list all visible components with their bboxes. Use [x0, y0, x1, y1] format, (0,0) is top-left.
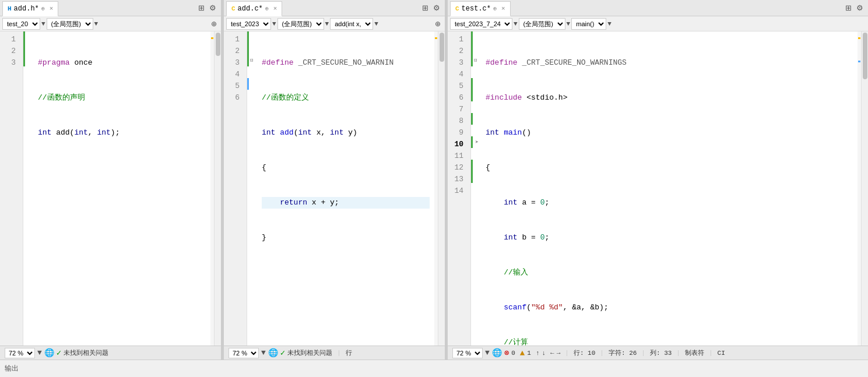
pane2-line-1: #define _CRT_SECURE_NO_WARNIN — [262, 57, 430, 69]
pane2-zoom-select[interactable]: 72 % — [229, 348, 259, 358]
pane2-globe-icon: 🌐 — [268, 348, 278, 358]
pane3-encoding-label: CI — [718, 350, 725, 357]
pane1-status-check-icon: ✓ — [57, 348, 61, 358]
pane2-line-5: return x + y; — [262, 197, 430, 209]
pane2-scope-select[interactable]: test_2023 — [226, 18, 271, 30]
tab-test-c[interactable]: C test.c* ⊕ × — [450, 1, 511, 16]
tab-add-c-label: add.c* — [238, 5, 263, 13]
pane3-scrollbar-thumb[interactable] — [863, 33, 867, 79]
pane3-line-1: #define _CRT_SECURE_NO_WARNINGS — [486, 57, 853, 69]
pane3-arrow-up-btn[interactable]: ↑ — [536, 350, 540, 357]
tab-add-h-pin[interactable]: ⊕ — [41, 5, 45, 12]
pane2-ruler-mark — [435, 37, 437, 39]
pane3-error-count: 0 — [511, 350, 515, 357]
pane3-globe-icon: 🌐 — [492, 348, 502, 358]
pane1-toolbar: test_20 ▼ (全局范围) ▼ ⊕ — [0, 16, 221, 31]
pane1-fold-gutter — [25, 31, 33, 346]
pane3-error-icon: ⊗ — [504, 348, 509, 358]
pane3-func-select[interactable]: main() — [571, 18, 606, 30]
pane3-split-button[interactable]: ⊞ — [843, 2, 854, 13]
pane3-warning-icon: ▲ — [520, 348, 525, 358]
tab-add-c[interactable]: C add.c* ⊕ × — [226, 1, 282, 16]
pane3-fold-gutter: ⊟ ➤ — [473, 31, 481, 346]
line-num-1: 1 — [5, 34, 18, 45]
pane1-scrollbar[interactable] — [214, 31, 221, 346]
pane1-scope-select[interactable]: test_20 — [2, 18, 40, 30]
pane3-line-6: int b = 0; — [486, 232, 853, 244]
pane3-col-label: 列: 33 — [650, 348, 672, 357]
pane1-zoom-arrow: ▼ — [37, 348, 42, 357]
pane3-settings-button[interactable]: ⚙ — [854, 2, 866, 13]
output-panel: 输出 — [0, 360, 868, 377]
pane3-code-content[interactable]: #define _CRT_SECURE_NO_WARNINGS #include… — [481, 31, 858, 346]
pane2-split-button[interactable]: ⊞ — [420, 2, 431, 13]
tab-add-h[interactable]: H add.h* ⊕ × — [2, 1, 58, 16]
pane2-toolbar: test_2023 ▼ (全局范围) ▼ add(int x, ▼ ⊕ — [224, 16, 445, 31]
tab-add-h-close[interactable]: × — [50, 5, 54, 12]
pane1-range-arrow: ▼ — [94, 20, 99, 27]
pane3-ruler-mark-2 — [858, 61, 860, 62]
pane1-settings-button[interactable]: ⚙ — [207, 2, 219, 13]
current-line-arrow: ➤ — [473, 136, 481, 148]
tab-test-c-pin[interactable]: ⊕ — [493, 5, 497, 12]
pane1-add-button[interactable]: ⊕ — [209, 19, 219, 29]
pane2-line-2: //函数的定义 — [262, 92, 430, 104]
pane3-line-3: int main() — [486, 127, 853, 139]
pane2-scrollbar[interactable] — [438, 31, 445, 346]
pane2-settings-button[interactable]: ⚙ — [431, 2, 442, 13]
pane2-line-3: int add(int x, int y) — [262, 127, 430, 139]
pane1-line-numbers: 1 2 3 — [2, 31, 23, 346]
pane3-char-label: 字符: 26 — [609, 348, 637, 357]
fold-icon-3[interactable]: ⊟ — [250, 55, 253, 66]
pane2-func-select[interactable]: add(int x, — [330, 18, 373, 30]
pane3-range-select[interactable]: (全局范围) — [519, 18, 565, 30]
pane1-range-select[interactable]: (全局范围) — [47, 18, 93, 30]
pane3-scope-select[interactable]: test_2023_7_24 — [450, 18, 512, 30]
ruler-mark-1 — [211, 37, 213, 39]
pane3-line-9: //计算 — [486, 337, 853, 346]
pane2-add-button[interactable]: ⊕ — [433, 19, 442, 29]
pane3-scope-arrow: ▼ — [514, 20, 518, 27]
pane1-zoom-select[interactable]: 72 % — [5, 348, 35, 358]
line-num-3: 3 — [5, 57, 18, 69]
pane2-fold-gutter: ⊟ — [249, 31, 257, 346]
pane3-zoom-arrow: ▼ — [485, 348, 490, 357]
pane1-status-text: 未找到相关问题 — [64, 348, 108, 357]
pane2-status-bar: 72 % ▼ 🌐 ✓ 未找到相关问题 | 行 — [224, 346, 445, 360]
pane2-scrollbar-thumb[interactable] — [440, 33, 444, 62]
pane2-range-select[interactable]: (全局范围) — [277, 18, 324, 30]
pane2-line-4: { — [262, 162, 430, 174]
pane3-zoom-select[interactable]: 72 % — [452, 348, 483, 358]
tab-add-h-label: add.h* — [14, 5, 39, 13]
pane3-fold-icon[interactable]: ⊟ — [474, 55, 477, 66]
pane1-code-area: 1 2 3 #pragma once //函数的声明 — [0, 31, 221, 346]
tab-bar-test-c: C test.c* ⊕ × ⊞ ⚙ — [448, 0, 868, 16]
code-line-3: int add(int, int); — [38, 127, 206, 139]
c-file-icon-test: C — [455, 5, 459, 12]
pane3-line-numbers: 1 2 3 4 5 6 7 8 9 10 11 12 13 14 — [450, 31, 471, 346]
pane3-warning-count: 1 — [527, 350, 531, 357]
pane3-status-bar: 72 % ▼ 🌐 ⊗ 0 ▲ 1 ↑ ↓ ← → | 行: 10 | 字符: 2… — [448, 346, 868, 360]
pane2-status-text: 未找到相关问题 — [287, 348, 332, 357]
pane3-arrow-left-btn[interactable]: ← — [550, 350, 554, 357]
tab-add-c-close[interactable]: × — [273, 5, 277, 12]
pane1-split-button[interactable]: ⊞ — [196, 2, 207, 13]
pane2-code-area: 1 2 3 4 5 6 ⊟ #define _CRT_SECURE_NO_ — [224, 31, 445, 346]
pane3-line-7: //输入 — [486, 267, 853, 279]
tab-bar-add-c: C add.c* ⊕ × ⊞ ⚙ — [224, 0, 445, 16]
pane2-line-label: 行 — [346, 348, 352, 357]
tab-test-c-close[interactable]: × — [501, 5, 505, 12]
tab-add-c-pin[interactable]: ⊕ — [265, 5, 269, 12]
pane3-scrollbar[interactable] — [861, 31, 868, 346]
pane3-code-area: 1 2 3 4 5 6 7 8 9 10 11 12 13 14 — [448, 31, 868, 346]
pane1-code-content[interactable]: #pragma once //函数的声明 int add(int, int); — [33, 31, 210, 346]
pane3-arrow-right-btn[interactable]: → — [557, 350, 561, 357]
pane1-status-bar: 72 % ▼ 🌐 ✓ 未找到相关问题 — [0, 346, 221, 360]
pane2-func-arrow: ▼ — [374, 20, 378, 27]
pane3-arrow-down-btn[interactable]: ↓ — [542, 350, 546, 357]
pane1-scrollbar-thumb[interactable] — [216, 33, 220, 56]
pane2-code-content[interactable]: #define _CRT_SECURE_NO_WARNIN //函数的定义 in… — [257, 31, 434, 346]
line-num-2: 2 — [5, 45, 18, 57]
pane3-ruler-mark-1 — [858, 37, 860, 39]
code-line-1: #pragma once — [38, 57, 206, 69]
